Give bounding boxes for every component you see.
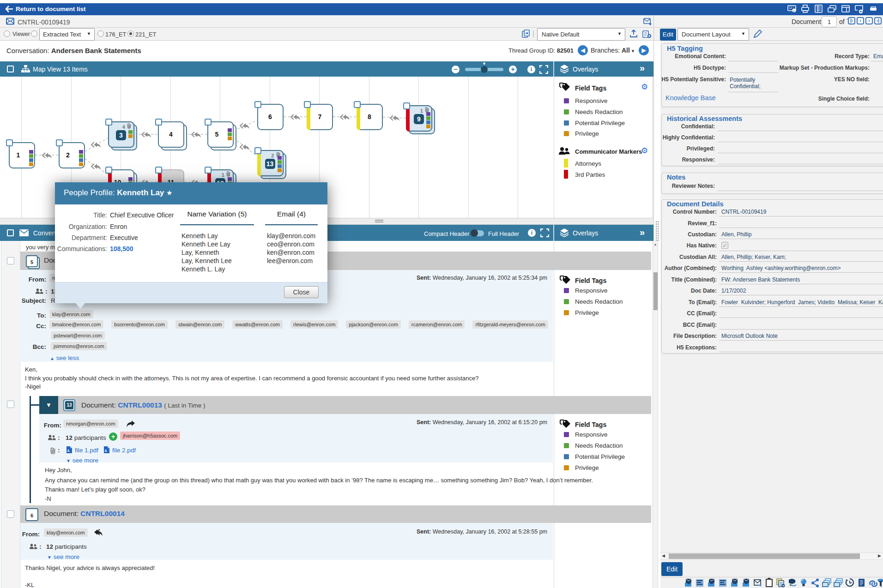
svg-text:A: A — [67, 449, 70, 452]
svg-text:i: i — [793, 9, 794, 13]
svg-text:A: A — [105, 449, 107, 452]
